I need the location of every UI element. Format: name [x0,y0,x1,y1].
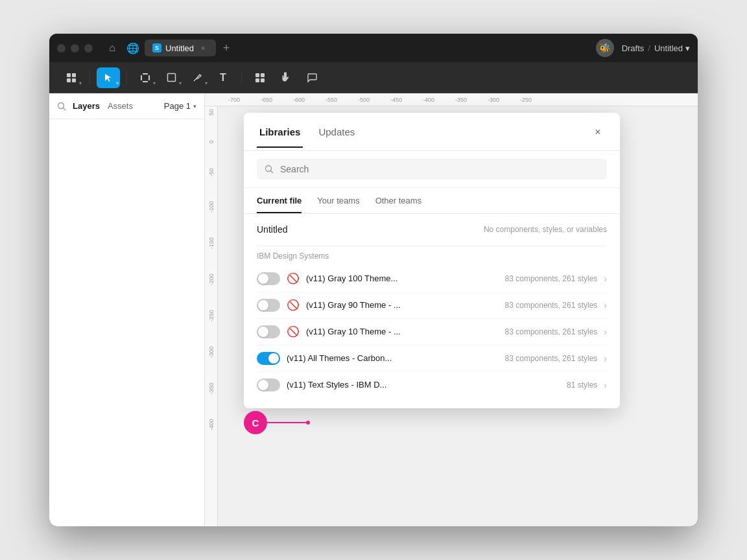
svg-rect-12 [261,78,265,82]
svg-rect-9 [255,73,259,77]
svg-rect-2 [67,78,71,82]
search-input-container[interactable] [257,159,607,180]
toggle-knob-0 [258,274,268,284]
new-tab-button[interactable]: + [219,40,234,56]
item-chevron-1-icon[interactable]: › [604,300,607,310]
libraries-search [244,151,620,188]
breadcrumb-current[interactable]: Untitled ▾ [654,43,690,53]
libraries-close-button[interactable]: × [589,123,607,141]
item-chevron-0-icon[interactable]: › [604,274,607,284]
annotation-c-bubble: C [244,411,267,434]
library-items-list: 🚫 (v11) Gray 100 Theme... 83 components,… [257,266,607,398]
item-chevron-2-icon[interactable]: › [604,327,607,337]
current-file-desc: No components, styles, or variables [484,224,607,235]
panel-header: Layers Assets Page 1 ▾ [49,93,204,119]
home-icon[interactable]: ⌂ [103,39,121,57]
svg-rect-4 [141,75,142,80]
toggle-0[interactable] [257,272,280,285]
svg-rect-10 [261,73,265,77]
active-tab[interactable]: S Untitled × [145,40,216,56]
ruler-mark-h: -500 [348,97,380,103]
shape-tool-button[interactable]: ▾ [160,67,183,88]
assets-tool-button[interactable] [248,67,272,88]
maximize-button[interactable] [84,44,93,52]
item-chevron-3-icon[interactable]: › [604,353,607,364]
select-tool-chevron-icon: ▾ [116,80,119,86]
minimize-button[interactable] [71,44,79,52]
ruler-mark-h: -250 [510,97,542,103]
layers-content [49,119,204,526]
toggle-knob-1 [258,300,268,310]
library-subtabs: Current file Your teams Other teams [244,188,620,214]
pen-tool-chevron-icon: ▾ [205,80,208,86]
tab-close-button[interactable]: × [198,43,208,53]
updates-tab[interactable]: Updates [316,126,357,148]
text-tool-button[interactable]: T [211,67,235,88]
svg-rect-3 [72,78,76,82]
user-avatar[interactable]: 🐝 [596,39,614,57]
libraries-panel-header: Libraries Updates × [244,113,620,151]
page-label: Page 1 [164,101,191,111]
ruler-mark-h: -300 [477,97,510,103]
ruler-v-mark: -100 [208,201,215,213]
shape-tool-chevron-icon: ▾ [179,80,182,86]
ruler-v-mark: -150 [208,237,215,249]
ruler-mark-h: -550 [315,97,348,103]
frame-tool-button[interactable]: ▾ [134,67,157,88]
component-tool-chevron-icon: ▾ [79,80,82,86]
tab-title: Untitled [165,43,194,53]
select-tool-button[interactable]: ▾ [97,67,120,88]
svg-line-16 [271,171,274,174]
title-bar-right: 🐝 Drafts / Untitled ▾ [596,39,690,57]
item-name-2: (v11) Gray 10 Theme - ... [306,327,499,336]
page-selector[interactable]: Page 1 ▾ [164,101,196,111]
comment-tool-button[interactable] [300,67,324,88]
annotation-c: C [244,411,310,434]
toggle-2[interactable] [257,325,280,338]
pen-tool-button[interactable]: ▾ [185,67,209,88]
component-tool-button[interactable]: ▾ [60,67,83,88]
svg-point-13 [58,102,64,108]
current-file-row: Untitled No components, styles, or varia… [257,224,607,235]
breadcrumb-drafts[interactable]: Drafts [622,43,645,53]
toggle-1[interactable] [257,299,280,312]
canvas-area[interactable]: -700 -650 -600 -550 -500 -450 -400 -350 … [205,93,698,526]
current-file-subtab[interactable]: Current file [257,196,302,213]
hand-tool-button[interactable] [274,67,298,88]
annotation-c-dot [306,421,310,425]
close-button[interactable] [57,44,65,52]
ruler-horizontal: -700 -650 -600 -550 -500 -450 -400 -350 … [205,93,698,106]
ruler-v-mark: -250 [208,310,215,321]
toggle-3[interactable] [257,352,280,365]
item-name-0: (v11) Gray 100 Theme... [306,274,499,283]
ruler-mark-h: -650 [250,97,283,103]
ruler-mark-h: -400 [412,97,445,103]
svg-rect-11 [255,78,259,82]
ruler-v-mark: -400 [208,419,215,430]
layers-tab[interactable]: Layers [71,99,101,113]
svg-line-14 [64,108,66,110]
ruler-mark-h: -450 [380,97,412,103]
ruler-mark-h: -700 [218,97,250,103]
item-icon-1: 🚫 [287,299,300,311]
search-icon [57,102,66,111]
page-chevron-icon: ▾ [193,103,196,110]
libraries-tab[interactable]: Libraries [257,126,303,148]
toggle-4[interactable] [257,379,280,391]
library-item: 🚫 (v11) Gray 90 Theme - ... 83 component… [257,292,607,319]
assets-tab[interactable]: Assets [106,99,134,113]
libraries-panel: Libraries Updates × Current file Your te… [244,113,620,408]
main-area: Layers Assets Page 1 ▾ -700 -650 -600 -5… [49,93,698,526]
toggle-knob-3 [268,353,279,364]
other-teams-subtab[interactable]: Other teams [375,196,422,213]
tab-favicon: S [152,43,161,52]
breadcrumb: Drafts / Untitled ▾ [622,43,690,53]
item-icon-0: 🚫 [287,272,300,285]
your-teams-subtab[interactable]: Your teams [317,196,359,213]
svg-rect-0 [67,73,71,77]
item-chevron-4-icon[interactable]: › [604,380,607,390]
search-input[interactable] [280,164,599,174]
globe-icon[interactable]: 🌐 [124,39,142,57]
tool-group-main: ▾ [60,67,83,88]
svg-point-15 [266,166,272,172]
